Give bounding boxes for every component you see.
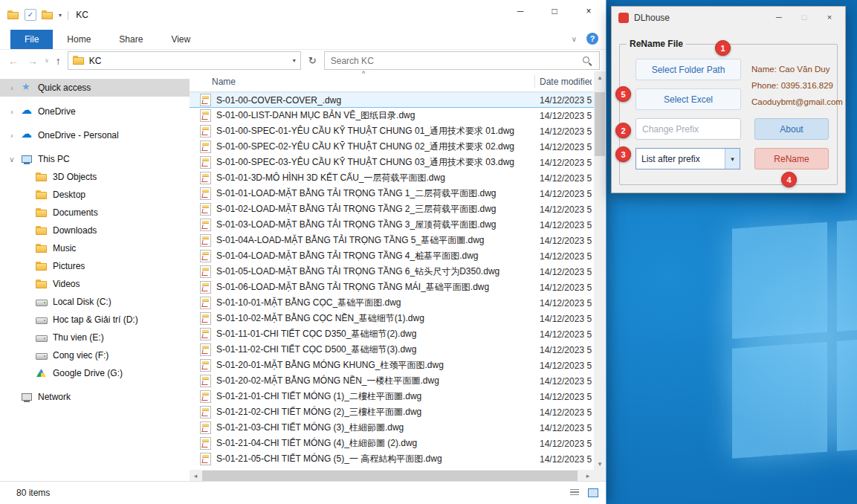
sidebar-item[interactable]: Pictures [0,257,190,275]
select-excel-button[interactable]: Select Excel [636,88,741,110]
tab-view[interactable]: View [157,30,204,49]
qat-customize-chevron-icon[interactable]: ▾ [59,12,62,19]
ribbon-expand-chevron-icon[interactable]: ∨ [572,35,577,43]
scroll-down-icon[interactable]: ▾ [594,458,606,470]
dwg-file-icon [200,109,211,122]
sidebar-item[interactable]: Google Drive (G:) [0,364,190,382]
file-row[interactable]: S-01-10-02-MẶT BẰNG CỌC NỀN_基础细节(1).dwg1… [190,311,594,326]
tab-file[interactable]: File [10,30,53,49]
tab-home[interactable]: Home [53,30,105,49]
close-button[interactable]: × [572,0,606,22]
horizontal-scrollbar-thumb[interactable] [202,471,578,481]
chevron-icon[interactable]: › [7,132,16,140]
navigation-bar: ← → ∨ ↑ KC ▾ ↻ [0,50,606,72]
help-icon[interactable]: ? [586,33,598,45]
sort-ascending-icon[interactable]: ^ [362,70,365,77]
scroll-right-icon[interactable]: ▸ [582,470,594,482]
horizontal-scrollbar[interactable]: ◂ ▸ [190,470,594,482]
file-row[interactable]: S-01-21-03-CHI TIẾT MÓNG (3)_柱細節圖.dwg14/… [190,420,594,436]
file-row[interactable]: S-01-04A-LOAD-MẶT BẰNG TẢI TRỌNG TẦNG 5_… [190,233,594,248]
sidebar-item[interactable]: Documents [0,204,190,222]
file-row[interactable]: S-01-21-05-CHI TIẾT MÓNG (5)_一 高程結构平面图.d… [190,451,594,467]
sidebar-item-label: Cong viec (F:) [53,350,109,361]
file-row[interactable]: S-01-11-02-CHI TIẾT CỌC D500_基础细节(3).dwg… [190,342,594,358]
file-row[interactable]: S-01-21-04-CHI TIẾT MÓNG (4)_柱細節圖 (2).dw… [190,436,594,451]
sidebar-item[interactable]: Thu vien (E:) [0,329,190,346]
minimize-button[interactable]: ─ [503,0,537,22]
back-icon[interactable]: ← [6,55,21,67]
chevron-icon[interactable]: › [7,108,16,116]
dropdown-arrow-icon[interactable]: ▾ [725,149,740,169]
select-folder-path-button[interactable]: Select Folder Path [636,59,741,80]
file-row[interactable]: S-01-00-SPEC-03-YÊU CẦU KỸ THUẬT CHUNG 0… [190,155,594,170]
recent-locations-chevron-icon[interactable]: ∨ [45,57,49,64]
change-prefix-input[interactable] [636,118,741,140]
file-row[interactable]: S-01-00-SPEC-02-YÊU CẦU KỸ THUẬT CHUNG 0… [190,139,594,155]
rename-mode-dropdown[interactable]: List after prefix ▾ [636,148,740,169]
address-location[interactable]: KC [89,56,288,66]
search-icon[interactable] [583,56,592,65]
sidebar-item[interactable]: Network [0,388,190,406]
vertical-scrollbar-thumb[interactable] [595,92,605,156]
up-icon[interactable]: ↑ [54,55,63,67]
address-dropdown-icon[interactable]: ▾ [293,57,296,64]
file-row[interactable]: S-01-00-SPEC-01-YÊU CẦU KỸ THUẬT CHUNG 0… [190,123,594,139]
search-box [324,51,600,70]
properties-check-icon[interactable]: ✓ [25,9,36,21]
column-headers: ^ Name Date modified [190,71,594,92]
folder-icon[interactable] [7,10,19,20]
sidebar-item[interactable]: Music [0,239,190,257]
file-row[interactable]: S-01-20-02-MẶT BẰNG MÓNG NỀN_一楼柱平面圖.dwg1… [190,373,594,389]
details-view-button[interactable] [566,485,583,501]
file-row[interactable]: S-01-06-LOAD-MẶT BẰNG TẢI TRỌNG TẦNG MÁI… [190,280,594,295]
sidebar-item[interactable]: Cong viec (F:) [0,346,190,364]
column-divider[interactable] [534,75,535,88]
sidebar-item[interactable]: Hoc tap & Giải trí (D:) [0,311,190,329]
sidebar-item[interactable]: ∨This PC [0,150,190,168]
forward-icon[interactable]: → [25,55,40,67]
sidebar-item[interactable]: Local Disk (C:) [0,293,190,311]
file-row[interactable]: S-01-21-02-CHI TIẾT MÓNG (2)_三樓柱平面圖.dwg1… [190,404,594,420]
search-input[interactable] [325,56,583,66]
sidebar-item-label: Thu vien (E:) [53,332,104,343]
chevron-icon[interactable]: ∨ [7,155,16,164]
tab-share[interactable]: Share [105,30,157,49]
file-row[interactable]: S-01-03-LOAD-MẶT BẰNG TẢI TRỌNG TẦNG 3_屋… [190,217,594,233]
dlhouse-minimize-button[interactable]: ─ [766,7,792,28]
sidebar: ›Quick access›OneDrive›OneDrive - Person… [0,71,190,482]
file-row[interactable]: S-01-01-3D-MÔ HÌNH 3D KẾT CẤU_一层荷载平面图.dw… [190,170,594,186]
scroll-left-icon[interactable]: ◂ [190,470,201,482]
file-row[interactable]: S-01-11-01-CHI TIẾT CỌC D350_基础细节(2).dwg… [190,326,594,342]
vertical-scrollbar[interactable]: ▴ ▾ [594,71,606,470]
file-row[interactable]: S-01-00-LIST-DANH MỤC BẢN VẼ_图纸目录.dwg14/… [190,108,594,123]
file-row[interactable]: S-01-00-COVER-COVER_.dwg14/12/2023 5 [190,92,594,108]
file-name: S-01-11-01-CHI TIẾT CỌC D350_基础细节(2).dwg [216,328,534,340]
chevron-icon[interactable]: › [7,84,16,92]
sidebar-item[interactable]: Desktop [0,186,190,204]
sidebar-item[interactable]: Downloads [0,222,190,239]
thumbnail-view-button[interactable] [585,485,601,501]
column-header-date-modified[interactable]: Date modified [540,77,592,87]
sidebar-item[interactable]: ›OneDrive - Personal [0,126,190,144]
file-row[interactable]: S-01-05-LOAD-MẶT BẰNG TẢI TRỌNG TẦNG 6_钻… [190,264,594,280]
file-row[interactable]: S-01-20-01-MẶT BẰNG MÓNG KHUNG_柱颈平面图.dwg… [190,358,594,373]
refresh-icon[interactable]: ↻ [305,55,320,66]
file-row[interactable]: S-01-10-01-MẶT BẰNG CỌC_基础平面图.dwg14/12/2… [190,295,594,311]
file-row[interactable]: S-01-02-LOAD-MẶT BẰNG TẢI TRỌNG TẦNG 2_三… [190,201,594,217]
sidebar-item[interactable]: ›OneDrive [0,103,190,120]
address-bar[interactable]: KC ▾ [68,51,301,70]
file-row[interactable]: S-01-01-LOAD-MẶT BẰNG TẢI TRỌNG TẦNG 1_二… [190,186,594,201]
maximize-button[interactable]: □ [537,0,572,22]
dlhouse-close-button[interactable]: × [817,7,842,28]
sidebar-item[interactable]: Videos [0,275,190,293]
rename-button[interactable]: ReName [754,148,829,169]
sidebar-item[interactable]: ›Quick access [0,79,190,97]
column-header-name[interactable]: Name [212,77,236,87]
new-folder-icon[interactable] [42,10,54,20]
contact-phone: Phone: 0395.316.829 [751,77,843,94]
scroll-up-icon[interactable]: ▴ [594,71,606,83]
sidebar-item[interactable]: 3D Objects [0,168,190,186]
file-row[interactable]: S-01-04-LOAD-MẶT BẰNG TẢI TRỌNG TẦNG 4_桩… [190,248,594,264]
about-button[interactable]: About [754,118,829,140]
file-row[interactable]: S-01-21-01-CHI TIẾT MÓNG (1)_二樓柱平面圖.dwg1… [190,389,594,404]
